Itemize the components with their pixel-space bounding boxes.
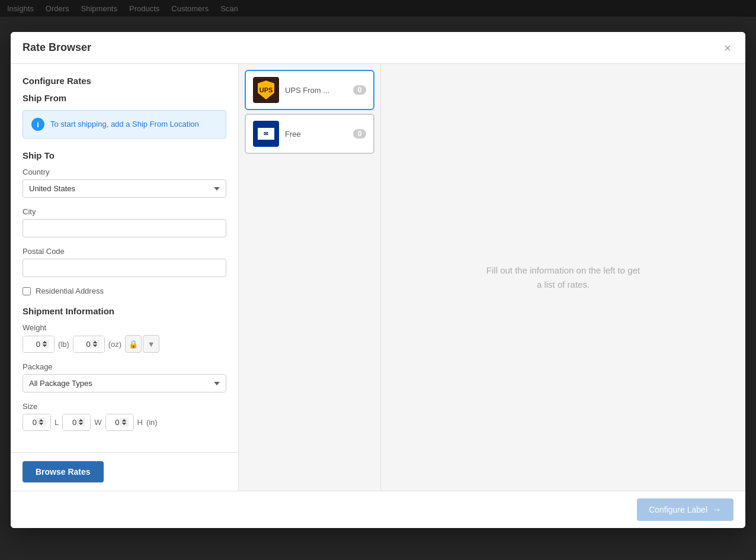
carrier-list-panel: UPS UPS From ... 0 ✉ Free 0 — [239, 64, 381, 491]
size-w-unit: W — [94, 418, 101, 427]
shipment-info-title: Shipment Information — [23, 306, 226, 316]
empty-message-line2: a list of rates. — [537, 279, 590, 289]
configure-label-arrow: → — [712, 504, 722, 515]
modal-header: Rate Browser × — [11, 32, 745, 64]
left-panel-content: Configure Rates Ship From i To start shi… — [11, 64, 238, 452]
postal-field-group: Postal Code — [23, 247, 226, 277]
package-field-group: Package All Package Types Custom Package… — [23, 362, 226, 392]
weight-oz-input[interactable] — [73, 336, 104, 352]
postal-input[interactable] — [23, 259, 226, 277]
weight-field-group: Weight (lb) (oz) — [23, 323, 226, 353]
residential-checkbox[interactable] — [23, 287, 31, 295]
configure-rates-title: Configure Rates — [23, 76, 226, 86]
weight-oz-input-group — [73, 336, 105, 353]
weight-lb-input[interactable] — [23, 336, 54, 352]
ups-carrier-badge: 0 — [353, 85, 366, 95]
residential-label[interactable]: Residential Address — [36, 287, 104, 295]
stamps-inner-icon: ✉ — [257, 127, 276, 141]
weight-label: Weight — [23, 323, 226, 332]
size-l-input[interactable] — [23, 414, 50, 430]
stamps-eagle-icon: ✉ — [264, 131, 268, 137]
ship-from-notice[interactable]: i To start shipping, add a Ship From Loc… — [23, 110, 226, 139]
country-label: Country — [23, 168, 226, 176]
carrier-card-stamps[interactable]: ✉ Free 0 — [245, 114, 374, 154]
residential-checkbox-row: Residential Address — [23, 287, 226, 295]
city-label: City — [23, 207, 226, 216]
empty-rates-message: Fill out the information on the left to … — [486, 263, 640, 292]
ship-to-section: Ship To Country United States Canada Uni… — [23, 150, 226, 295]
carrier-card-ups[interactable]: UPS UPS From ... 0 — [245, 70, 374, 110]
ups-shield-icon: UPS — [258, 81, 274, 99]
size-h-unit: H — [137, 418, 143, 427]
shipment-info-section: Shipment Information Weight (lb) — [23, 306, 226, 431]
city-input[interactable] — [23, 219, 226, 237]
empty-message-line1: Fill out the information on the left to … — [486, 265, 640, 275]
size-in-unit: (in) — [146, 418, 158, 427]
package-select[interactable]: All Package Types Custom Package Box Env… — [23, 374, 226, 392]
modal-body: Configure Rates Ship From i To start shi… — [11, 64, 745, 491]
modal-footer: Configure Label → — [11, 491, 745, 528]
weight-row: (lb) (oz) 🔒 ▼ — [23, 335, 226, 353]
left-panel: Configure Rates Ship From i To start shi… — [11, 64, 239, 491]
stamps-carrier-name: Free — [285, 130, 347, 139]
size-l-unit: L — [55, 418, 59, 427]
size-l-input-group — [23, 414, 51, 431]
rates-display-panel: Fill out the information on the left to … — [381, 64, 745, 491]
browse-rates-button[interactable]: Browse Rates — [23, 461, 104, 482]
weight-dropdown-icon[interactable]: ▼ — [143, 335, 159, 353]
ship-from-notice-text: To start shipping, add a Ship From Locat… — [50, 119, 199, 130]
configure-label-text: Configure Label — [649, 505, 707, 514]
size-row: L W H (in) — [23, 414, 226, 431]
package-label: Package — [23, 362, 226, 371]
size-label: Size — [23, 402, 226, 411]
configure-label-button[interactable]: Configure Label → — [637, 498, 733, 521]
stamps-logo: ✉ — [253, 121, 279, 147]
modal-close-button[interactable]: × — [722, 42, 733, 54]
modal-title: Rate Browser — [23, 41, 91, 54]
size-w-input-group — [62, 414, 91, 431]
ship-from-label: Ship From — [23, 93, 226, 103]
left-panel-footer: Browse Rates — [11, 452, 238, 491]
stamps-carrier-badge: 0 — [353, 129, 366, 139]
city-field-group: City — [23, 207, 226, 237]
weight-lock-icon[interactable]: 🔒 — [125, 335, 142, 353]
ups-carrier-name: UPS From ... — [285, 86, 347, 95]
weight-oz-unit: (oz) — [108, 340, 121, 349]
info-icon: i — [31, 118, 44, 131]
modal-overlay: Rate Browser × Configure Rates Ship From… — [0, 0, 756, 560]
size-field-group: Size L W — [23, 402, 226, 431]
weight-lb-input-group — [23, 336, 55, 353]
weight-lb-unit: (lb) — [58, 340, 69, 349]
postal-label: Postal Code — [23, 247, 226, 256]
size-h-input[interactable] — [106, 414, 133, 430]
size-h-input-group — [105, 414, 134, 431]
ship-to-label: Ship To — [23, 150, 226, 160]
rate-browser-modal: Rate Browser × Configure Rates Ship From… — [11, 32, 745, 528]
country-field-group: Country United States Canada United King… — [23, 168, 226, 198]
size-w-input[interactable] — [63, 414, 90, 430]
weight-extras: 🔒 ▼ — [125, 335, 159, 353]
ship-from-section: Ship From i To start shipping, add a Shi… — [23, 93, 226, 139]
country-select[interactable]: United States Canada United Kingdom Aust… — [23, 179, 226, 198]
ups-logo: UPS — [253, 77, 279, 103]
